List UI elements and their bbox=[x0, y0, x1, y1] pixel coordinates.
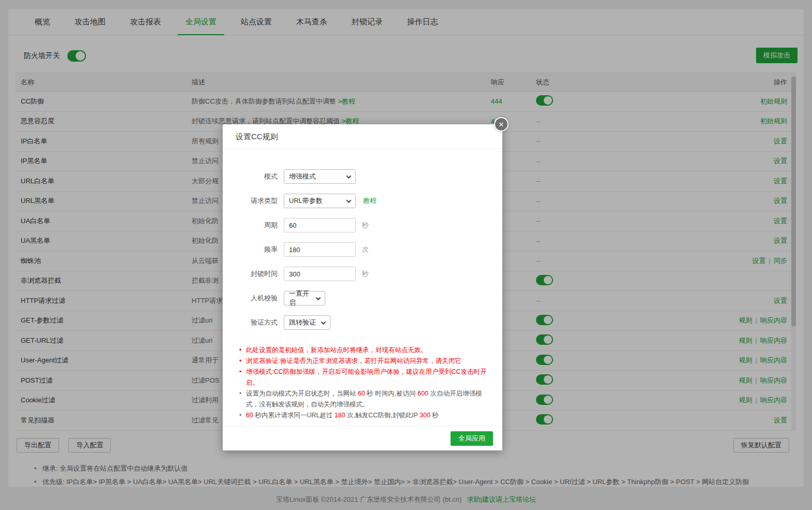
form-row-frequency: 频率次 bbox=[223, 242, 502, 257]
modal-note: 此处设置的是初始值，新添加站点时将继承，对现有站点无效。 bbox=[238, 345, 488, 356]
field-label-block-time: 封锁时间 bbox=[223, 269, 278, 279]
field-label-human-verify: 人机校验 bbox=[223, 294, 278, 303]
chevron-down-icon bbox=[346, 173, 352, 179]
block-time-input[interactable] bbox=[284, 267, 356, 281]
field-control-frequency: 次 bbox=[284, 242, 369, 257]
note-text: 300 bbox=[419, 412, 430, 419]
modal-notes: 此处设置的是初始值，新添加站点时将继承，对现有站点无效。浏览器验证:验证是否为正… bbox=[238, 345, 488, 421]
form-row-verify-method: 验证方式跳转验证 bbox=[223, 315, 502, 330]
note-text: 180 bbox=[335, 412, 345, 419]
close-icon[interactable]: ✕ bbox=[494, 117, 509, 132]
note-text: 次,触发CC防御,封锁此IP bbox=[345, 412, 420, 419]
modal-footer: 全局应用 bbox=[223, 426, 502, 450]
modal-form: 模式增强模式请求类型URL带参数教程周期秒频率次封锁时间秒人机校验一直开启验证方… bbox=[223, 149, 502, 330]
note-text: 此处设置的是初始值，新添加站点时将继承，对现有站点无效。 bbox=[246, 346, 427, 354]
field-control-request-type: URL带参数教程 bbox=[284, 194, 376, 208]
mode-select[interactable]: 增强模式 bbox=[284, 169, 356, 184]
field-control-block-time: 秒 bbox=[284, 267, 369, 281]
chevron-down-icon bbox=[321, 319, 326, 325]
verify-method-select[interactable]: 跳转验证 bbox=[284, 315, 330, 330]
chevron-down-icon bbox=[316, 295, 321, 300]
field-control-human-verify: 一直开启 bbox=[284, 291, 325, 305]
modal-note: 设置为自动模式为开启状态时，当网站 60 秒 时间内,被访问 600 次自动开启… bbox=[238, 388, 488, 410]
field-label-frequency: 频率 bbox=[223, 245, 278, 254]
field-label-mode: 模式 bbox=[223, 172, 278, 181]
note-text: 60 bbox=[358, 390, 365, 397]
tutorial-link[interactable]: 教程 bbox=[363, 196, 376, 206]
note-text: 600 bbox=[417, 390, 428, 397]
field-label-cycle: 周期 bbox=[223, 221, 278, 230]
note-text: 秒 bbox=[430, 412, 439, 419]
field-control-verify-method: 跳转验证 bbox=[284, 315, 330, 330]
field-control-mode: 增强模式 bbox=[284, 169, 356, 184]
cc-rule-modal: ✕ 设置CC规则 模式增强模式请求类型URL带参数教程周期秒频率次封锁时间秒人机… bbox=[223, 124, 502, 450]
note-text: 60 bbox=[246, 412, 253, 419]
form-row-request-type: 请求类型URL带参数教程 bbox=[223, 194, 502, 208]
modal-note: 浏览器验证:验证是否为正常浏览器请求，若打开后网站访问异常，请关闭它 bbox=[238, 356, 488, 367]
frequency-input[interactable] bbox=[284, 242, 356, 257]
field-label-verify-method: 验证方式 bbox=[223, 318, 278, 327]
field-unit: 秒 bbox=[362, 221, 369, 230]
modal-note: 增强模式:CC防御加强版，开启后可能会影响用户体验，建议在用户受到CC攻击时开启… bbox=[238, 367, 488, 388]
human-verify-select[interactable]: 一直开启 bbox=[284, 291, 325, 305]
note-text: 浏览器验证:验证是否为正常浏览器请求，若打开后网站访问异常，请关闭它 bbox=[246, 357, 461, 365]
note-text: 秒内累计请求同一URL超过 bbox=[253, 412, 335, 419]
form-row-block-time: 封锁时间秒 bbox=[223, 267, 502, 281]
note-text: 设置为自动模式为开启状态时，当网站 bbox=[246, 390, 358, 397]
modal-title: 设置CC规则 bbox=[223, 124, 502, 149]
request-type-select[interactable]: URL带参数 bbox=[284, 194, 356, 208]
field-unit: 次 bbox=[362, 245, 369, 254]
note-text: 秒 时间内,被访问 bbox=[365, 390, 417, 397]
chevron-down-icon bbox=[346, 198, 352, 203]
apply-globally-button[interactable]: 全局应用 bbox=[451, 431, 493, 446]
form-row-mode: 模式增强模式 bbox=[223, 169, 502, 184]
note-text: 增强模式:CC防御加强版，开启后可能会影响用户体验，建议在用户受到CC攻击时开启… bbox=[246, 368, 487, 386]
form-row-human-verify: 人机校验一直开启 bbox=[223, 291, 502, 305]
modal-note: 60 秒内累计请求同一URL超过 180 次,触发CC防御,封锁此IP 300 … bbox=[238, 410, 488, 421]
field-label-request-type: 请求类型 bbox=[223, 196, 278, 206]
field-control-cycle: 秒 bbox=[284, 218, 369, 232]
cycle-input[interactable] bbox=[284, 218, 356, 232]
form-row-cycle: 周期秒 bbox=[223, 218, 502, 232]
field-unit: 秒 bbox=[362, 269, 369, 279]
